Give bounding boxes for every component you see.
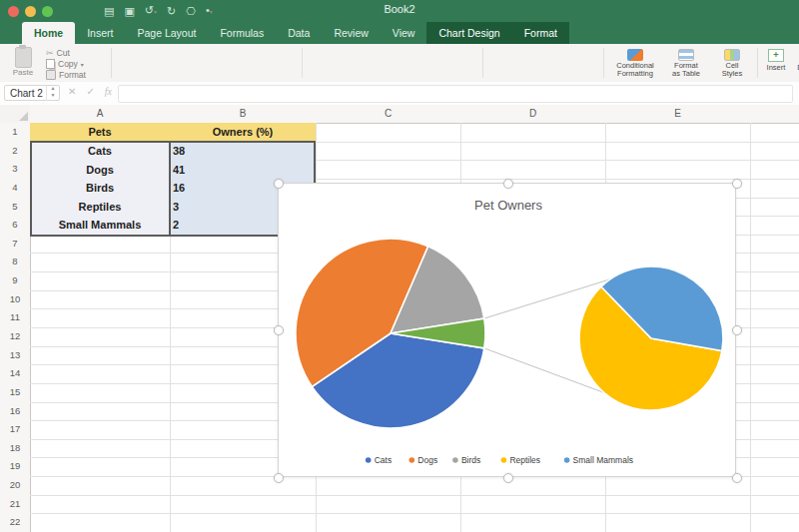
cut-button[interactable]: ✂Cut (46, 48, 108, 58)
tab-chart-design[interactable]: Chart Design (426, 22, 511, 44)
insert-label: Insert (761, 64, 791, 72)
select-all-corner[interactable] (0, 105, 31, 124)
cell-a5[interactable]: Reptiles (30, 198, 170, 217)
scissors-icon: ✂ (46, 48, 54, 58)
row-header-8[interactable]: 8 (0, 253, 31, 271)
chart-legend[interactable]: CatsDogsBirdsReptilesSmall Mammals (366, 455, 633, 465)
delete-cells-button[interactable]: × Delete (793, 49, 799, 72)
cell-a1[interactable]: Pets (30, 123, 170, 142)
format-painter-icon (46, 70, 56, 80)
paste-button[interactable]: Paste (6, 47, 40, 77)
cut-label: Cut (57, 48, 70, 58)
tab-view[interactable]: View (381, 22, 427, 44)
conditional-formatting-button[interactable]: ConditionalFormatting (607, 49, 663, 78)
row-header-7[interactable]: 7 (0, 235, 31, 254)
row-header-11[interactable]: 11 (0, 308, 31, 327)
copy-button[interactable]: Copy▾ (46, 59, 108, 69)
confirm-entry-icon[interactable]: ✓ (86, 86, 94, 97)
row-header-18[interactable]: 18 (0, 439, 31, 458)
range-border-bottom (30, 235, 316, 237)
column-header-d[interactable]: D (460, 105, 605, 124)
row-header-4[interactable]: 4 (0, 179, 31, 198)
row-header-5[interactable]: 5 (0, 198, 31, 217)
format-as-table-button[interactable]: Formatas Table (663, 49, 709, 78)
column-header-e[interactable]: E (605, 105, 750, 124)
tab-format[interactable]: Format (512, 22, 569, 44)
column-header-b[interactable]: B (170, 105, 316, 124)
fat-label-2: as Table (672, 69, 700, 78)
row-header-2[interactable]: 2 (0, 142, 31, 161)
column-header-partial[interactable] (750, 105, 799, 124)
name-box-stepper[interactable]: ▲▼ (46, 85, 59, 101)
chart-resize-handle[interactable] (274, 179, 284, 189)
secondary-pie[interactable] (579, 266, 723, 410)
legend-label: Small Mammals (573, 455, 633, 465)
pie-of-pie-chart[interactable]: Pet OwnersCatsDogsBirdsReptilesSmall Mam… (279, 184, 735, 476)
chart-resize-handle[interactable] (274, 325, 284, 335)
row-header-17[interactable]: 17 (0, 420, 31, 439)
tab-data[interactable]: Data (276, 22, 322, 44)
delete-label: Delete (793, 64, 799, 72)
row-header-15[interactable]: 15 (0, 383, 31, 402)
chart-resize-handle[interactable] (274, 473, 284, 483)
column-header-c[interactable]: C (316, 105, 460, 124)
tab-page-layout[interactable]: Page Layout (125, 22, 208, 44)
tab-review[interactable]: Review (322, 22, 380, 44)
cell-b1[interactable]: Owners (%) (170, 123, 316, 142)
main-pie[interactable] (296, 239, 485, 428)
row-header-6[interactable]: 6 (0, 216, 31, 235)
cancel-entry-icon[interactable]: ✕ (68, 86, 76, 97)
cell-a3[interactable]: Dogs (30, 160, 170, 179)
row-header-10[interactable]: 10 (0, 290, 31, 309)
row-header-12[interactable]: 12 (0, 327, 31, 346)
legend-marker (409, 457, 415, 463)
row-header-9[interactable]: 9 (0, 271, 31, 290)
row-header-20[interactable]: 20 (0, 476, 31, 495)
legend-label: Reptiles (509, 455, 540, 465)
cell-a4[interactable]: Birds (30, 179, 170, 198)
legend-label: Dogs (417, 455, 437, 465)
cf-label-2: Formatting (617, 69, 653, 78)
insert-function-icon[interactable]: fx (105, 86, 112, 97)
legend-marker (452, 457, 458, 463)
chart-resize-handle[interactable] (503, 179, 513, 189)
legend-label: Birds (461, 455, 480, 465)
cell-a2[interactable]: Cats (30, 142, 170, 161)
format-painter-label: Format (59, 70, 86, 80)
column-header-a[interactable]: A (30, 105, 170, 124)
insert-cells-button[interactable]: + Insert (761, 49, 791, 72)
chart-object[interactable]: Pet OwnersCatsDogsBirdsReptilesSmall Mam… (278, 183, 736, 477)
group-separator (111, 48, 112, 78)
tab-formulas[interactable]: Formulas (208, 22, 276, 44)
paste-label: Paste (6, 68, 40, 77)
row-header-13[interactable]: 13 (0, 346, 31, 365)
formula-buttons: ✕ ✓ fx (68, 86, 112, 97)
cell-a6[interactable]: Small Mammals (30, 216, 170, 235)
chart-resize-handle[interactable] (732, 473, 742, 483)
cs-label-2: Styles (722, 69, 742, 78)
cell-styles-button[interactable]: CellStyles (711, 49, 753, 78)
chart-resize-handle[interactable] (732, 179, 742, 189)
row-header-3[interactable]: 3 (0, 160, 31, 179)
copy-icon (46, 59, 55, 69)
row-header-14[interactable]: 14 (0, 364, 31, 383)
conditional-formatting-icon (627, 49, 643, 61)
row-header-19[interactable]: 19 (0, 457, 31, 476)
cell-b2[interactable]: 38 (170, 142, 316, 161)
chart-resize-handle[interactable] (732, 325, 742, 335)
range-border-middle (169, 142, 171, 235)
row-header-22[interactable]: 22 (0, 513, 31, 532)
format-painter-button[interactable]: Format (46, 70, 108, 80)
row-header-1[interactable]: 1 (0, 123, 31, 142)
row-header-21[interactable]: 21 (0, 495, 31, 514)
tab-home[interactable]: Home (22, 22, 75, 44)
workbook-title: Book2 (0, 3, 799, 15)
chart-title[interactable]: Pet Owners (474, 198, 542, 213)
title-bar: ▤ ▣ ↺▾ ↻ ⎔ •▾ Book2 (0, 0, 799, 22)
cell-styles-icon (724, 49, 740, 61)
chart-resize-handle[interactable] (503, 473, 513, 483)
cell-b3[interactable]: 41 (170, 160, 316, 179)
row-header-16[interactable]: 16 (0, 402, 31, 421)
tab-insert[interactable]: Insert (75, 22, 125, 44)
formula-input[interactable] (118, 85, 793, 103)
